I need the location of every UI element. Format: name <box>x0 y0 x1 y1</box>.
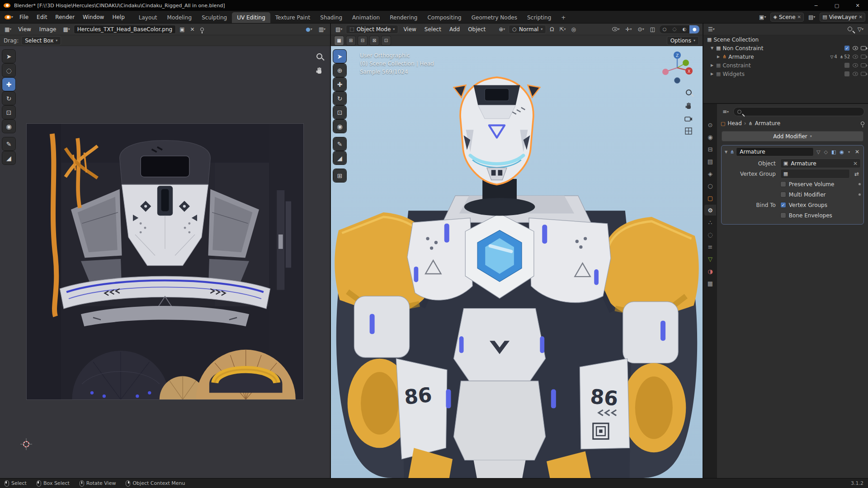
browse-image-icon[interactable]: ▩▾ <box>61 25 71 33</box>
shading-wireframe-icon[interactable]: ○ <box>660 25 670 33</box>
display-channels-icon[interactable]: ●▾ <box>304 25 314 33</box>
tab-sculpting[interactable]: Sculpting <box>197 12 232 23</box>
uv-tool-move[interactable]: ✚ <box>2 78 15 91</box>
close-button[interactable]: ✕ <box>847 0 868 11</box>
vp-tool-cursor[interactable]: ⊕ <box>333 64 346 77</box>
edit-mode-toggle-icon[interactable]: ▽ <box>816 149 821 155</box>
tab-shading[interactable]: Shading <box>315 12 347 23</box>
scene-unlink-icon[interactable]: ✕ <box>797 14 801 19</box>
tab-scene[interactable]: ◈ <box>704 168 716 179</box>
hide-eye-icon[interactable] <box>853 63 858 67</box>
editor-type-3d-icon[interactable]: ▧▾ <box>334 25 344 33</box>
tab-physics[interactable]: ◌ <box>704 229 716 240</box>
selectbox-mode-extend-icon[interactable]: ⊞ <box>346 36 355 45</box>
vp-tool-move[interactable]: ✚ <box>333 78 346 91</box>
breadcrumb-modifier[interactable]: Armature <box>755 120 780 127</box>
tab-animation[interactable]: Animation <box>347 12 385 23</box>
uv-canvas[interactable]: ➤ ◌ ✚ ↻ ⊡ ◉ ✎ ◢ <box>0 46 330 478</box>
viewlayer-selector[interactable]: ▤ ViewLayer ✕ <box>820 13 865 22</box>
outliner-filter-icon[interactable]: ▽▾ <box>856 25 865 33</box>
tab-render[interactable]: ◉ <box>704 131 716 142</box>
hide-eye-icon[interactable] <box>853 46 858 50</box>
expand-icon[interactable]: ▼ <box>710 46 714 50</box>
expand-icon[interactable]: ▶ <box>710 63 714 67</box>
modifier-name-field[interactable]: Armature <box>736 147 814 156</box>
vp-tool-transform[interactable]: ◉ <box>333 120 346 133</box>
outliner-row-non-constraint[interactable]: ▼ ▦ Non Constraint <box>703 44 868 52</box>
tab-layout[interactable]: Layout <box>134 12 162 23</box>
outliner-search-icon[interactable] <box>848 26 852 33</box>
image-new-icon[interactable]: ▣ <box>178 25 186 33</box>
proportional-edit-icon[interactable]: ◎ <box>570 25 578 33</box>
transform-pivot-icon[interactable]: ⊕▾ <box>497 25 507 33</box>
vp-toggle-grid-icon[interactable] <box>685 127 692 135</box>
vp-pan-hand-icon[interactable] <box>684 102 693 110</box>
render-camera-icon[interactable] <box>861 46 866 50</box>
add-workspace-button[interactable]: + <box>556 12 571 23</box>
shading-material-icon[interactable]: ◐ <box>679 25 689 33</box>
tab-modifiers[interactable]: ⚙ <box>704 205 716 216</box>
cage-toggle-icon[interactable]: ◇ <box>823 149 828 155</box>
image-unlink-icon[interactable]: ✕ <box>189 25 197 33</box>
menu-render[interactable]: Render <box>52 12 78 22</box>
snap-magnet-icon[interactable]: Ω <box>548 25 556 33</box>
visibility-filter-icon[interactable]: ▾ <box>610 26 621 32</box>
modifier-object-field[interactable]: ▣ Armature ✕ <box>780 159 861 168</box>
vp-tool-add-cube[interactable]: ⊞ <box>333 169 346 182</box>
hide-eye-icon[interactable] <box>853 55 858 59</box>
uv-tool-rotate[interactable]: ↻ <box>2 92 15 105</box>
vp-menu-object[interactable]: Object <box>465 25 489 34</box>
image-pin-icon[interactable] <box>198 27 206 32</box>
viewport-canvas[interactable]: 86 86 <box>331 46 703 478</box>
render-toggle-icon[interactable]: ◉ <box>839 149 845 155</box>
shading-rendered-icon[interactable]: ● <box>689 25 699 33</box>
collection-checkbox[interactable] <box>844 45 850 51</box>
tab-particles[interactable]: ∴ <box>704 217 716 228</box>
realtime-toggle-icon[interactable]: ◧ <box>830 149 837 155</box>
options-dropdown[interactable]: Options ▾ <box>667 36 699 45</box>
collapse-icon[interactable]: ▼ <box>724 150 728 154</box>
tab-constraints[interactable]: ≡ <box>704 241 716 252</box>
editor-type-properties-icon[interactable]: ≡▾ <box>721 108 731 116</box>
animate-dot-icon[interactable] <box>859 183 861 185</box>
clear-object-icon[interactable]: ✕ <box>853 160 858 167</box>
outliner-row-armature[interactable]: ▶ ⋔ Armature ▽4 ⋔52 <box>703 52 868 61</box>
selectbox-mode-invert-icon[interactable]: ⊠ <box>370 36 379 45</box>
vp-menu-view[interactable]: View <box>400 25 419 34</box>
render-camera-icon[interactable] <box>861 55 866 59</box>
scene-selector[interactable]: ◈ Scene ✕ <box>770 13 803 22</box>
menu-help[interactable]: Help <box>108 12 128 22</box>
vertex-groups-checkbox[interactable] <box>780 202 786 208</box>
orientation-dropdown[interactable]: ○ Normal ▾ <box>509 25 546 34</box>
tab-scripting[interactable]: Scripting <box>522 12 556 23</box>
xray-toggle-icon[interactable]: ◫ <box>648 25 657 33</box>
vp-menu-select[interactable]: Select <box>421 25 444 34</box>
tab-texture-paint[interactable]: Texture Paint <box>270 12 315 23</box>
vertex-group-field[interactable]: ▦ <box>780 169 850 178</box>
tab-compositing[interactable]: Compositing <box>422 12 466 23</box>
uv-2d-cursor[interactable] <box>20 438 32 450</box>
pin-id-icon[interactable] <box>861 120 864 127</box>
outliner-row-constraint[interactable]: ▶ ▦ Constraint <box>703 61 868 70</box>
expand-icon[interactable]: ▶ <box>710 72 714 76</box>
tab-object-data[interactable]: ▽ <box>704 253 716 264</box>
menu-window[interactable]: Window <box>79 12 108 22</box>
uv-tool-annotate[interactable]: ✎ <box>2 137 15 150</box>
browse-scene-icon[interactable]: ▣▾ <box>757 13 768 21</box>
menu-file[interactable]: File <box>16 12 32 22</box>
tab-modeling[interactable]: Modeling <box>162 12 197 23</box>
drag-mode-dropdown[interactable]: Select Box ▾ <box>21 36 61 45</box>
minimize-button[interactable]: ─ <box>806 0 826 11</box>
blender-logo-icon[interactable] <box>4 3 10 8</box>
vp-tool-select-box[interactable]: ➤ <box>333 50 346 63</box>
blender-menu-icon[interactable]: ▾ <box>3 14 15 20</box>
uv-pan-hand-icon[interactable] <box>315 67 323 75</box>
uv-zoom-icon[interactable] <box>316 53 322 61</box>
outliner-row-scene-collection[interactable]: ▦ Scene Collection <box>703 35 868 44</box>
vp-tool-measure[interactable]: ◢ <box>333 151 346 164</box>
uv-tool-scale[interactable]: ⊡ <box>2 106 15 119</box>
editor-type-uv-icon[interactable]: ▦▾ <box>3 25 13 33</box>
uv-tool-sweep[interactable]: ◢ <box>2 151 15 164</box>
add-modifier-button[interactable]: Add Modifier ▾ <box>722 131 863 141</box>
breadcrumb-object[interactable]: Head <box>727 120 741 127</box>
